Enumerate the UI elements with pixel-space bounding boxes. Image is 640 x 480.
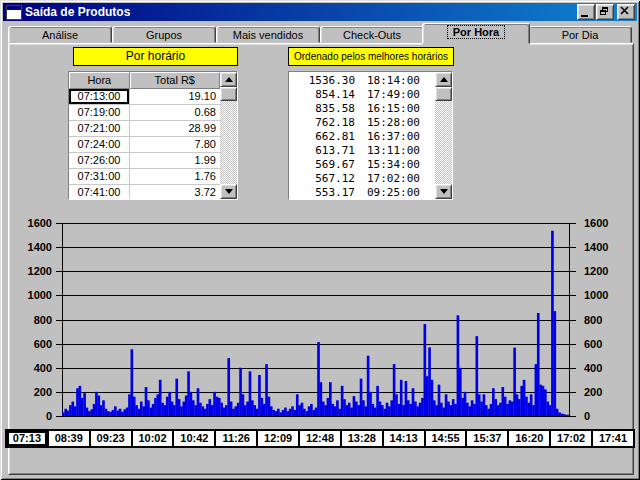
best-hours-list[interactable]: 1536.3018:14:00854.1417:49:00835.5816:15… — [288, 71, 453, 200]
table-row[interactable]: 07:31:001.76 — [69, 169, 220, 185]
chart-bar — [501, 387, 504, 416]
hourly-grid-scrollbar[interactable] — [220, 72, 237, 199]
time-strip-cell[interactable]: 17:41 — [591, 431, 633, 446]
time-strip-cell[interactable]: 11:26 — [214, 431, 256, 446]
time-strip-cell[interactable]: 09:23 — [89, 431, 131, 446]
item-hora: 16:15:00 — [367, 102, 420, 116]
chart-bar — [372, 404, 375, 416]
chart-bar — [450, 405, 453, 416]
list-item[interactable]: 662.8116:37:00 — [289, 130, 435, 144]
chart-bar — [551, 231, 554, 416]
item-total: 553.17 — [289, 186, 355, 199]
minimize-button[interactable] — [577, 4, 595, 20]
tab-por-hora[interactable]: Por Hora — [422, 23, 530, 44]
scrollbar-thumb[interactable] — [435, 87, 452, 101]
chart-bar — [461, 398, 464, 416]
chart-bar — [409, 404, 412, 416]
hora-cell[interactable]: 07:21:00 — [69, 121, 130, 136]
chart-bar — [544, 389, 547, 416]
chart-bar — [178, 399, 181, 416]
hora-cell[interactable]: 07:31:00 — [69, 169, 130, 184]
total-cell[interactable]: 0.68 — [130, 105, 220, 120]
list-item[interactable]: 567.1217:02:00 — [289, 172, 435, 186]
chart-bar — [294, 410, 297, 416]
chart-bar — [83, 393, 86, 416]
tab-análise[interactable]: Análise — [8, 26, 112, 43]
scroll-up-button[interactable] — [435, 72, 452, 87]
hourly-grid[interactable]: Hora Total R$ 07:13:0019.1007:19:000.680… — [68, 71, 238, 200]
list-item[interactable]: 854.1417:49:00 — [289, 88, 435, 102]
chart-bar — [553, 311, 556, 416]
time-strip-cell[interactable]: 14:55 — [424, 431, 466, 446]
time-strip-cell[interactable]: 13:28 — [340, 431, 382, 446]
chart-bar — [154, 398, 157, 416]
scroll-down-button[interactable] — [435, 184, 452, 199]
tab-grupos[interactable]: Grupos — [112, 26, 216, 43]
tab-mais-vendidos[interactable]: Mais vendidos — [216, 26, 320, 43]
chart-bar — [206, 404, 209, 416]
chart-bar — [86, 408, 89, 416]
hora-cell[interactable]: 07:13:00 — [69, 89, 130, 104]
chart-bar — [67, 411, 70, 416]
item-hora: 16:37:00 — [367, 130, 420, 144]
tab-por-dia[interactable]: Por Dia — [528, 26, 632, 43]
grid-header-total[interactable]: Total R$ — [130, 72, 220, 89]
hora-cell[interactable]: 07:41:00 — [69, 185, 130, 199]
time-strip-cell[interactable]: 08:39 — [47, 431, 89, 446]
time-strip-cell[interactable]: 10:42 — [172, 431, 214, 446]
time-strip-cell[interactable]: 07:13 — [7, 431, 47, 446]
hora-cell[interactable]: 07:19:00 — [69, 105, 130, 120]
table-row[interactable]: 07:26:001.99 — [69, 153, 220, 169]
chart-bar — [376, 386, 379, 416]
list-item[interactable]: 613.7113:11:00 — [289, 144, 435, 158]
table-row[interactable]: 07:41:003.72 — [69, 185, 220, 199]
close-button[interactable] — [617, 4, 635, 20]
list-item[interactable]: 762.1815:28:00 — [289, 116, 435, 130]
scroll-down-button[interactable] — [220, 184, 237, 199]
best-hours-scrollbar[interactable] — [435, 72, 452, 199]
tab-check-outs[interactable]: Check-Outs — [320, 26, 424, 43]
list-item[interactable]: 553.1709:25:00 — [289, 186, 435, 199]
total-cell[interactable]: 7.80 — [130, 137, 220, 152]
chart-bar — [386, 403, 389, 416]
list-item[interactable]: 1536.3018:14:00 — [289, 74, 435, 88]
chart-bar — [426, 376, 429, 416]
time-strip-cell[interactable]: 14:13 — [382, 431, 424, 446]
hora-cell[interactable]: 07:26:00 — [69, 153, 130, 168]
time-strip-cell[interactable]: 12:09 — [256, 431, 298, 446]
total-cell[interactable]: 28.99 — [130, 121, 220, 136]
chart-bar — [305, 411, 308, 416]
grid-header-hora[interactable]: Hora — [69, 72, 130, 89]
time-strip-cell[interactable]: 17:02 — [549, 431, 591, 446]
list-item[interactable]: 569.6715:34:00 — [289, 158, 435, 172]
total-cell[interactable]: 1.99 — [130, 153, 220, 168]
table-row[interactable]: 07:21:0028.99 — [69, 121, 220, 137]
list-item[interactable]: 835.5816:15:00 — [289, 102, 435, 116]
chart-bar — [438, 385, 441, 416]
hora-cell[interactable]: 07:24:00 — [69, 137, 130, 152]
total-cell[interactable]: 19.10 — [130, 89, 220, 104]
total-cell[interactable]: 1.76 — [130, 169, 220, 184]
table-row[interactable]: 07:19:000.68 — [69, 105, 220, 121]
scroll-up-button[interactable] — [220, 72, 237, 87]
tab-label: Por Dia — [562, 29, 599, 41]
chart-bar — [142, 406, 145, 416]
time-strip-cell[interactable]: 10:02 — [131, 431, 173, 446]
chart-bar — [530, 394, 533, 416]
table-row[interactable]: 07:24:007.80 — [69, 137, 220, 153]
scrollbar-thumb[interactable] — [220, 87, 237, 101]
restore-button[interactable] — [596, 4, 614, 20]
chart-bar — [81, 398, 84, 416]
chart-bar — [253, 405, 256, 416]
time-strip-cell[interactable]: 16:20 — [507, 431, 549, 446]
total-cell[interactable]: 3.72 — [130, 185, 220, 199]
chart-bar — [114, 406, 117, 416]
chart-bar — [301, 403, 304, 416]
y-axis-label-left: 1200 — [18, 266, 52, 276]
chart-bar — [348, 403, 351, 416]
time-strip-cell[interactable]: 15:37 — [465, 431, 507, 446]
time-strip-cell[interactable]: 12:48 — [298, 431, 340, 446]
title-bar[interactable]: Saída de Produtos — [3, 3, 637, 21]
table-row[interactable]: 07:13:0019.10 — [69, 89, 220, 105]
chart-bar — [95, 392, 98, 416]
